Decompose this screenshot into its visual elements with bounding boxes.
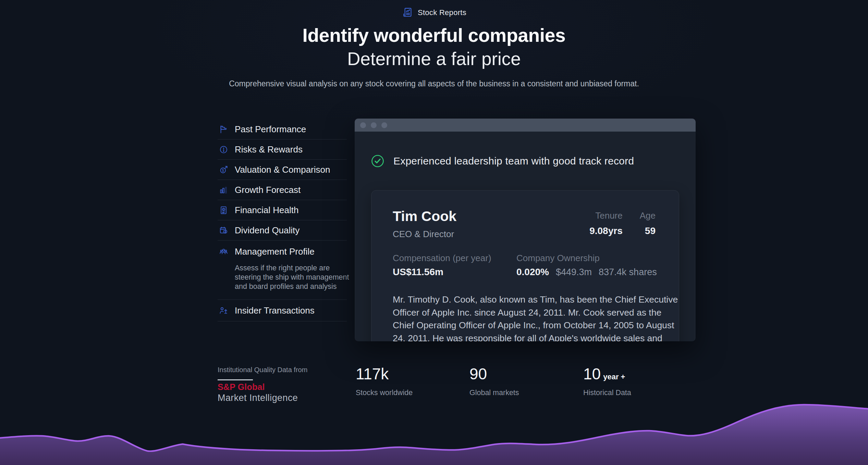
compensation-value: US$11.56m bbox=[393, 267, 443, 278]
stat-label: Stocks worldwide bbox=[356, 389, 413, 397]
sidebar-item-label: Insider Transactions bbox=[235, 305, 315, 316]
sidebar-item-valuation-comparison[interactable]: $ Valuation & Comparison bbox=[218, 160, 347, 180]
sidebar-item-growth-forecast[interactable]: Growth Forecast bbox=[218, 180, 347, 200]
page-title: Identify wonderful companies bbox=[0, 24, 868, 46]
team-icon bbox=[219, 247, 228, 256]
sp-global-logo-rule bbox=[218, 379, 253, 380]
stat-suffix: year + bbox=[603, 372, 625, 381]
calendar-dollar-icon: $ bbox=[219, 226, 228, 235]
executive-bio: Mr. Timothy D. Cook, also known as Tim, … bbox=[393, 293, 678, 341]
ownership-shares: 837.4k shares bbox=[599, 267, 657, 278]
check-circle-icon bbox=[371, 154, 384, 168]
stat-value: 10 bbox=[583, 365, 601, 383]
window-dot-icon bbox=[371, 122, 377, 128]
window-dot-icon bbox=[360, 122, 366, 128]
page-description: Comprehensive visual analysis on any sto… bbox=[0, 79, 868, 88]
ownership-amount: $449.3m bbox=[556, 267, 592, 278]
sp-global-logo-text: S&P Global bbox=[218, 382, 307, 392]
page-subtitle-heading: Determine a fair price bbox=[0, 48, 868, 69]
stock-reports-landing-page: Stock Reports Identify wonderful compani… bbox=[0, 0, 868, 465]
report-preview-window: Experienced leadership team with good tr… bbox=[355, 119, 696, 341]
bio-line: Chief Operating Officer of Apple Inc., f… bbox=[393, 319, 678, 332]
stock-report-document-icon bbox=[402, 7, 413, 18]
ownership-percent: 0.020% bbox=[516, 267, 549, 278]
sidebar-item-description: Assess if the right people are steering … bbox=[235, 264, 351, 291]
person-arrow-up-icon bbox=[219, 306, 228, 315]
age-label: Age bbox=[640, 210, 656, 221]
headline-check-row: Experienced leadership team with good tr… bbox=[371, 154, 634, 168]
report-sections-sidebar: Past Performance Risks & Rewards $ Valua… bbox=[218, 119, 347, 321]
bio-line: 24, 2011. He was responsible for all of … bbox=[393, 332, 678, 342]
sidebar-item-insider-transactions[interactable]: Insider Transactions bbox=[218, 300, 347, 321]
stock-reports-badge: Stock Reports bbox=[0, 7, 868, 18]
sidebar-item-past-performance[interactable]: Past Performance bbox=[218, 119, 347, 139]
tenure-value: 9.08yrs bbox=[589, 225, 623, 236]
report-headline: Experienced leadership team with good tr… bbox=[393, 155, 634, 167]
stat-value: 90 bbox=[469, 365, 487, 383]
bar-chart-forecast-icon bbox=[219, 185, 228, 195]
sidebar-item-dividend-quality[interactable]: $ Dividend Quality bbox=[218, 220, 347, 241]
executive-role: CEO & Director bbox=[393, 229, 454, 240]
compensation-label: Compensation (per year) bbox=[393, 253, 491, 264]
stat-label: Historical Data bbox=[583, 389, 631, 397]
svg-text:$: $ bbox=[222, 168, 224, 172]
sidebar-item-financial-health[interactable]: $ Financial Health bbox=[218, 200, 347, 220]
bio-line: Mr. Timothy D. Cook, also known as Tim, … bbox=[393, 293, 678, 306]
stat-historical-data: 10year + Historical Data bbox=[583, 365, 631, 397]
tenure-age-block: Tenure 9.08yrs Age 59 bbox=[589, 210, 656, 236]
purple-wave-decoration bbox=[0, 396, 868, 465]
window-dot-icon bbox=[381, 122, 387, 128]
flag-chart-icon bbox=[219, 125, 228, 134]
bio-line: Officer of Apple Inc. since August 24, 2… bbox=[393, 306, 678, 319]
stat-global-markets: 90 Global markets bbox=[469, 365, 519, 397]
sidebar-item-label: Past Performance bbox=[235, 124, 306, 135]
alert-circle-icon bbox=[219, 145, 228, 154]
sidebar-item-management-profile[interactable]: Management Profile Assess if the right p… bbox=[218, 241, 347, 300]
svg-text:$: $ bbox=[224, 230, 226, 233]
executive-profile-card: Tim Cook CEO & Director Tenure 9.08yrs A… bbox=[371, 190, 679, 341]
svg-text:$: $ bbox=[223, 208, 224, 210]
window-titlebar bbox=[355, 119, 696, 132]
ownership-value-row: 0.020% $449.3m 837.4k shares bbox=[516, 267, 657, 278]
compensation-value-row: US$11.56m bbox=[393, 267, 443, 278]
tenure-label: Tenure bbox=[589, 210, 623, 221]
sidebar-item-risks-rewards[interactable]: Risks & Rewards bbox=[218, 139, 347, 160]
dollar-compass-icon: $ bbox=[219, 165, 228, 174]
sidebar-item-label: Management Profile bbox=[235, 246, 315, 257]
sidebar-item-label: Risks & Rewards bbox=[235, 144, 303, 155]
stat-value: 117k bbox=[356, 365, 389, 383]
financial-document-icon: $ bbox=[219, 206, 228, 215]
stat-label: Global markets bbox=[469, 389, 519, 397]
sidebar-item-label: Financial Health bbox=[235, 205, 298, 216]
sidebar-item-label: Dividend Quality bbox=[235, 225, 299, 236]
data-source-intro: Institutional Quality Data from bbox=[218, 366, 307, 374]
sidebar-item-label: Valuation & Comparison bbox=[235, 164, 330, 175]
stat-stocks-worldwide: 117k Stocks worldwide bbox=[356, 365, 413, 397]
ownership-label: Company Ownership bbox=[516, 253, 600, 264]
badge-label: Stock Reports bbox=[418, 8, 466, 17]
sidebar-item-label: Growth Forecast bbox=[235, 185, 301, 195]
executive-name: Tim Cook bbox=[393, 208, 456, 224]
age-value: 59 bbox=[640, 225, 656, 236]
